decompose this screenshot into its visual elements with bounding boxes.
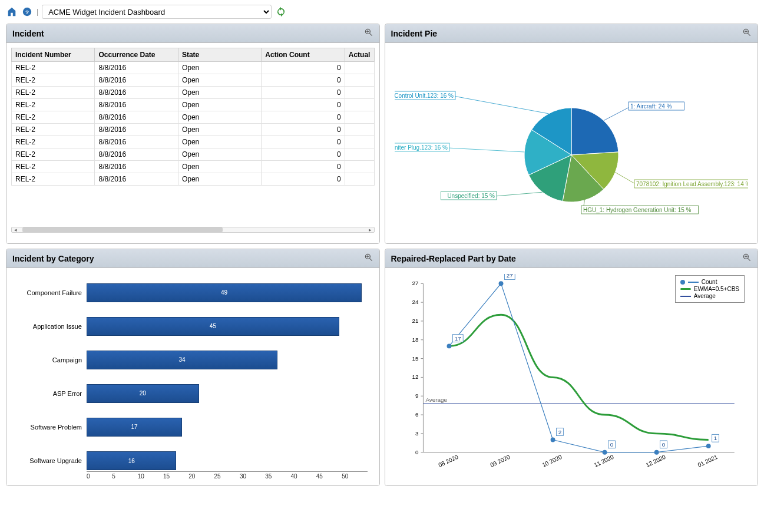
legend-ewma: EWMA=0.5+CBS xyxy=(694,286,739,292)
table-row[interactable]: REL-28/8/2016Open0 xyxy=(12,74,375,87)
scroll-left-icon[interactable]: ◂ xyxy=(12,227,19,233)
table-row[interactable]: REL-28/8/2016Open0 xyxy=(12,111,375,124)
pie-slice[interactable] xyxy=(571,108,619,155)
table-row[interactable]: REL-28/8/2016Open0 xyxy=(12,87,375,99)
bar-row[interactable]: Software Problem 17 xyxy=(18,418,368,437)
bar-category: Application Issue xyxy=(18,323,82,330)
table-row[interactable]: REL-28/8/2016Open0 xyxy=(12,136,375,148)
toolbar: ? | ACME Widget Incident Dashboard xyxy=(0,0,764,24)
bar-category: ASP Error xyxy=(18,390,82,397)
axis-tick: 15 xyxy=(163,473,188,480)
y-tick: 24 xyxy=(412,299,418,305)
svg-line-3 xyxy=(369,34,372,36)
panel-header: Incident xyxy=(6,24,379,43)
help-icon[interactable]: ? xyxy=(21,6,33,18)
table-row[interactable]: REL-28/8/2016Open0 xyxy=(12,62,375,74)
incident-table-panel: Incident Incident NumberOccurrence DateS… xyxy=(6,24,380,244)
svg-line-20 xyxy=(454,96,548,114)
pie-label: 2119576: Engine Control Unit.123: 16 % xyxy=(395,92,454,99)
table-row[interactable]: REL-28/8/2016Open0 xyxy=(12,99,375,111)
bar-row[interactable]: ASP Error 20 xyxy=(18,384,368,403)
x-tick: 10 2020 xyxy=(541,454,563,468)
line-chart: Count EWMA=0.5+CBS Average 0369121518212… xyxy=(385,268,758,485)
axis-tick: 5 xyxy=(112,473,137,480)
svg-line-23 xyxy=(369,259,372,261)
refresh-icon[interactable] xyxy=(275,6,287,18)
zoom-icon[interactable] xyxy=(742,253,752,264)
incident-category-panel: Incident by Category Component Failure 4… xyxy=(6,249,380,486)
data-point[interactable] xyxy=(498,281,503,286)
bar-row[interactable]: Component Failure 49 xyxy=(18,283,368,302)
ewma-line xyxy=(449,315,708,440)
data-point[interactable] xyxy=(447,343,451,348)
point-label: 0 xyxy=(610,441,613,448)
bar-category: Campaign xyxy=(18,356,82,364)
axis-tick: 40 xyxy=(291,473,316,480)
incident-table[interactable]: Incident NumberOccurrence DateStateActio… xyxy=(11,48,375,186)
bar-category: Software Upgrade xyxy=(18,457,82,464)
pie-label: Unspecified: 15 % xyxy=(447,193,495,199)
bar-fill: 49 xyxy=(87,283,362,302)
toolbar-divider: | xyxy=(37,8,38,16)
svg-line-10 xyxy=(604,107,630,121)
zoom-icon[interactable] xyxy=(364,253,373,264)
bar-fill: 20 xyxy=(87,384,199,403)
axis-tick: 10 xyxy=(138,473,163,480)
pie-label: 7078102: Ignition Lead Assembly.123: 14 … xyxy=(636,181,748,187)
horizontal-scrollbar[interactable]: ◂ ▸ xyxy=(11,227,375,233)
y-tick: 18 xyxy=(412,336,418,343)
table-row[interactable]: REL-28/8/2016Open0 xyxy=(12,124,375,136)
scroll-right-icon[interactable]: ▸ xyxy=(367,227,374,233)
col-state[interactable]: State xyxy=(178,48,261,62)
col-occurrence-date[interactable]: Occurrence Date xyxy=(95,48,178,62)
x-tick: 08 2020 xyxy=(437,454,459,468)
bar-fill: 17 xyxy=(87,418,182,437)
panel-header: Incident Pie xyxy=(385,24,758,43)
table-row[interactable]: REL-28/8/2016Open0 xyxy=(12,161,375,173)
col-actual[interactable]: Actual xyxy=(345,48,374,62)
panel-header: Incident by Category xyxy=(6,249,379,268)
axis-tick: 25 xyxy=(214,473,240,480)
scroll-thumb[interactable] xyxy=(22,227,223,232)
bar-row[interactable]: Software Upgrade 16 xyxy=(18,451,368,470)
panel-title: Incident by Category xyxy=(12,254,94,263)
bar-row[interactable]: Campaign 34 xyxy=(18,351,368,369)
bar-fill: 45 xyxy=(87,317,339,336)
svg-line-7 xyxy=(748,34,750,36)
y-tick: 9 xyxy=(415,392,419,399)
col-action-count[interactable]: Action Count xyxy=(262,48,345,62)
data-point[interactable] xyxy=(550,438,555,442)
data-point[interactable] xyxy=(706,444,710,448)
y-tick: 3 xyxy=(415,430,419,437)
table-row[interactable]: REL-28/8/2016Open0 xyxy=(12,173,375,186)
axis-tick: 30 xyxy=(240,473,265,480)
home-icon[interactable] xyxy=(6,6,18,18)
bar-row[interactable]: Application Issue 45 xyxy=(18,317,368,336)
zoom-icon[interactable] xyxy=(364,28,373,39)
svg-text:?: ? xyxy=(25,9,29,15)
y-tick: 27 xyxy=(412,280,418,286)
axis-tick: 0 xyxy=(87,473,112,480)
data-point[interactable] xyxy=(602,450,607,455)
y-tick: 15 xyxy=(412,355,418,362)
pie-label: 7078101: Igniter Plug.123: 16 % xyxy=(395,144,448,151)
average-label: Average xyxy=(425,396,447,403)
axis-tick: 50 xyxy=(342,473,367,480)
svg-line-16 xyxy=(495,192,543,196)
bar-category: Component Failure xyxy=(18,289,82,296)
bar-chart: Component Failure 49Application Issue 45… xyxy=(6,268,379,485)
chart-legend: Count EWMA=0.5+CBS Average xyxy=(675,275,745,303)
panel-title: Repaired-Replaced Part by Date xyxy=(391,254,516,263)
data-point[interactable] xyxy=(654,450,659,455)
col-incident-number[interactable]: Incident Number xyxy=(12,48,95,62)
svg-line-18 xyxy=(448,148,524,152)
legend-count: Count xyxy=(702,279,717,285)
point-label: 2 xyxy=(558,429,561,435)
zoom-icon[interactable] xyxy=(742,28,752,39)
table-row[interactable]: REL-28/8/2016Open0 xyxy=(12,148,375,161)
point-label: 1 xyxy=(713,435,716,441)
dashboard-select[interactable]: ACME Widget Incident Dashboard xyxy=(42,5,272,19)
y-tick: 21 xyxy=(412,318,418,324)
bar-fill: 16 xyxy=(87,451,176,470)
pie-label: 1: Aircraft: 24 % xyxy=(630,103,672,110)
